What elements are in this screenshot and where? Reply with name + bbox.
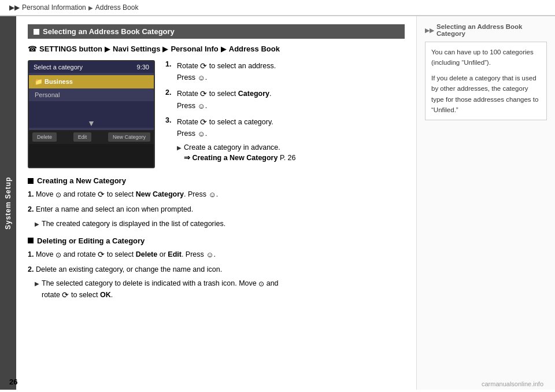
step-3-sub-text: Create a category in advance. ⇒ Creating… [184, 142, 296, 164]
footer-btn-new-category[interactable]: New Category [108, 132, 150, 142]
nav-arrow2: ▶ [162, 45, 168, 53]
nav-path: ☎ SETTINGS button ▶ Navi Settings ▶ Pers… [28, 45, 405, 53]
step-3-press: Press ☺. [177, 130, 207, 138]
nav-screen: Select a category 9:30 📁 Business Person… [28, 60, 155, 168]
step-3-content: Rotate ⟳ to select a category. Press ☺. … [177, 116, 405, 164]
breadcrumb: ▶▶ Personal Information ▶ Address Book [0, 0, 555, 16]
deleting-step-2: 2. Delete an existing category, or chang… [28, 264, 405, 275]
right-sidebar-text2: If you delete a category that is used by… [431, 73, 541, 116]
step-3: 3. Rotate ⟳ to select a category. Press … [165, 116, 405, 164]
deleting-note-text: The selected category to delete is indic… [42, 278, 279, 301]
screen-title: Select a category [34, 64, 83, 71]
footer-btn-delete[interactable]: Delete [32, 132, 57, 142]
step-2-text: Rotate ⟳ to select Category. [177, 90, 271, 98]
phone-icon: ☎ [28, 45, 37, 53]
section-heading: Selecting an Address Book Category [28, 24, 405, 39]
right-sidebar-text1: You can have up to 100 categories (inclu… [431, 47, 541, 68]
watermark: carmanualsonline.info [482, 380, 543, 387]
breadcrumb-item2: Address Book [95, 3, 139, 12]
creating-step-1: 1. Move ⊙ and rotate ⟳ to select New Cat… [28, 188, 405, 201]
creating-heading: Creating a New Category [28, 176, 405, 185]
nav-item-business: 📁 Business [29, 75, 154, 88]
nav-arrow1: ▶ [105, 45, 110, 53]
deleting-step-1: 1. Move ⊙ and rotate ⟳ to select Delete … [28, 249, 405, 261]
deleting-note-triangle: ▶ [35, 279, 39, 301]
breadcrumb-arrows: ▶▶ [9, 3, 20, 12]
creating-note: ▶ The created category is displayed in t… [35, 219, 405, 230]
nav-settings-label: SETTINGS button [39, 45, 102, 53]
right-sidebar-arrows: ▶▶ [425, 27, 434, 34]
nav-arrow3: ▶ [221, 45, 227, 53]
step-2-press: Press ☺. [177, 102, 207, 110]
creating-step-2-num: 2. [28, 205, 34, 213]
nav-address-book: Address Book [229, 45, 280, 53]
nav-screen-body: 📁 Business Personal ▼ [29, 73, 154, 130]
nav-item-personal: Personal [29, 88, 154, 101]
step-2-num: 2. [165, 88, 175, 112]
creating-heading-text: Creating a New Category [37, 176, 126, 185]
nav-screen-footer: Delete Edit New Category [29, 130, 154, 144]
step-1-text: Rotate ⟳ to select an address. [177, 62, 276, 70]
step-3-num: 3. [165, 116, 175, 164]
deleting-step-2-num: 2. [28, 265, 34, 273]
section-heading-text: Selecting an Address Book Category [43, 27, 175, 36]
creating-step-1-num: 1. [28, 190, 34, 198]
creating-heading-square [28, 178, 34, 184]
step-2: 2. Rotate ⟳ to select Category. Press ☺. [165, 88, 405, 112]
main-content: Selecting an Address Book Category ☎ SET… [16, 16, 416, 390]
nav-navi-settings: Navi Settings [113, 45, 160, 53]
right-sidebar-box: You can have up to 100 categories (inclu… [425, 42, 547, 120]
creating-section: Creating a New Category 1. Move ⊙ and ro… [28, 176, 405, 230]
nav-personal-info: Personal Info [171, 45, 218, 53]
step-1-content: Rotate ⟳ to select an address. Press ☺. [177, 60, 405, 84]
step-1: 1. Rotate ⟳ to select an address. Press … [165, 60, 405, 84]
step-1-press: Press ☺. [177, 73, 207, 82]
right-sidebar-title: ▶▶ Selecting an Address Book Category [425, 23, 547, 37]
breadcrumb-arrow1: ▶ [88, 5, 93, 11]
deleting-heading-square [28, 238, 34, 243]
creating-note-text: The created category is displayed in the… [42, 219, 225, 230]
creating-note-triangle: ▶ [35, 220, 39, 230]
heading-square-icon [34, 29, 39, 35]
step-3-text: Rotate ⟳ to select a category. [177, 118, 273, 126]
creating-step-2: 2. Enter a name and select an icon when … [28, 204, 405, 215]
screen-time: 9:30 [137, 64, 149, 71]
breadcrumb-item1: Personal Information [22, 3, 86, 12]
deleting-heading: Deleting or Editing a Category [28, 236, 405, 245]
step-1-num: 1. [165, 60, 175, 84]
nav-screen-header: Select a category 9:30 [29, 61, 154, 73]
right-sidebar: ▶▶ Selecting an Address Book Category Yo… [416, 16, 555, 390]
footer-btn-edit[interactable]: Edit [73, 132, 92, 142]
page-number: 26 [9, 378, 17, 386]
sidebar-system-setup: System Setup [0, 16, 16, 390]
step-3-sub: ▶ Create a category in advance. ⇒ Creati… [177, 142, 405, 164]
deleting-section: Deleting or Editing a Category 1. Move ⊙… [28, 236, 405, 302]
steps-list: 1. Rotate ⟳ to select an address. Press … [165, 60, 405, 168]
deleting-step-1-num: 1. [28, 250, 34, 258]
deleting-heading-text: Deleting or Editing a Category [37, 236, 145, 245]
step-2-content: Rotate ⟳ to select Category. Press ☺. [177, 88, 405, 112]
deleting-note: ▶ The selected category to delete is ind… [35, 278, 405, 301]
step-3-triangle: ▶ [177, 143, 182, 152]
right-sidebar-title-text: Selecting an Address Book Category [436, 23, 547, 37]
